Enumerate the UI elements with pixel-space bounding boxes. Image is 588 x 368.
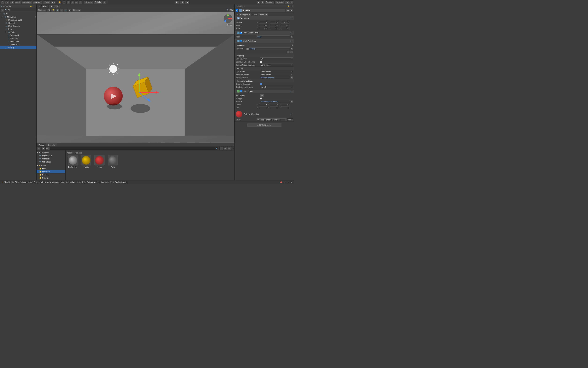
light-probes-dropdown[interactable]: Blend Probes ▾ [260, 70, 293, 73]
grid-snap-btn[interactable]: ⊞ [103, 0, 106, 4]
settings-btn[interactable]: ⚙ [261, 0, 264, 4]
account-dropdown[interactable]: Account ▾ [265, 0, 275, 4]
pause-button[interactable]: ⏸ [180, 0, 184, 4]
edit-collider-btn[interactable]: ✏ [260, 94, 264, 97]
move-tool[interactable]: ✛ [62, 0, 66, 4]
collab-btn[interactable]: ☁ [257, 0, 260, 4]
pos-y[interactable] [270, 21, 278, 24]
material-pick-btn[interactable]: ⊙ [291, 100, 293, 103]
scale-z[interactable] [281, 27, 289, 30]
project-options-btn[interactable]: ⋮ [219, 147, 223, 150]
scene-cam-btn[interactable]: 📷 [64, 9, 68, 12]
hierarchy-lock-btn[interactable]: 🔓 [29, 5, 32, 8]
status-settings-btn[interactable]: ⚙ [290, 181, 293, 184]
mesh-filter-checkbox[interactable] [240, 32, 242, 34]
material-info-icon[interactable]: ℹ [290, 113, 291, 115]
shader-edit-btn[interactable]: Edit... [287, 118, 293, 121]
materials-folder[interactable]: 📁 Materials [37, 170, 65, 173]
hierarchy-more-btn[interactable]: ⋮ [33, 5, 36, 8]
hand-tool[interactable]: ✋ [58, 0, 62, 4]
rendering-layer-dropdown[interactable]: Layer1 ▾ [260, 86, 293, 88]
layout-dropdown[interactable]: Layout ▾ [285, 0, 293, 4]
size-y[interactable] [270, 106, 278, 109]
asset-background[interactable]: Background [67, 155, 79, 168]
project-eye-btn[interactable]: 👁 [228, 147, 231, 150]
hierarchy-item-north-wall[interactable]: ⬡ North Wall [0, 40, 36, 43]
mesh-renderer-checkbox[interactable] [240, 40, 242, 42]
lighting-btn[interactable]: 💡 [51, 9, 55, 12]
unity-logo-btn[interactable]: ⬡ [1, 0, 4, 4]
center-z[interactable] [281, 103, 289, 106]
inspector-lock-btn[interactable]: 🔓 [287, 5, 290, 8]
rot-z[interactable] [281, 24, 289, 27]
add-component-button[interactable]: Add Component [247, 123, 281, 127]
contribute-gi-checkbox[interactable] [260, 61, 262, 63]
lighting-sub-header[interactable]: ▾ Lighting [235, 54, 294, 57]
box-collider-header[interactable]: ▾ ⬡ Box Collider ℹ ⋮ [235, 90, 294, 93]
mesh-filter-header[interactable]: ▾ ⬡ Cube (Mesh Filter) ℹ ⋮ [235, 31, 294, 35]
anchor-pick-btn[interactable]: ⊙ [291, 76, 293, 79]
shader-dropdown[interactable]: Universal Render Pipeline/Lit ▾ [257, 118, 287, 121]
file-menu-btn[interactable]: File [5, 0, 9, 4]
minigame-menu[interactable]: ⋮ [35, 16, 36, 18]
hierarchy-item-main-camera[interactable]: 📷 Main Camera [0, 25, 36, 28]
hierarchy-item-all[interactable]: ▸ ⬡ All [0, 12, 36, 15]
scene-view[interactable]: Y X Z Persp [37, 12, 234, 143]
scripts-folder[interactable]: 📁 Scripts [37, 176, 65, 179]
rect-tool[interactable]: ▭ [75, 0, 78, 4]
help-menu-btn[interactable]: Help [51, 0, 56, 4]
all-models-folder[interactable]: 🔍 All Models [37, 157, 65, 160]
tag-select[interactable]: Untagged [239, 13, 251, 16]
console-tab[interactable]: Console [46, 143, 57, 147]
hierarchy-item-directional-light[interactable]: ☀ Directional Light [0, 18, 36, 21]
box-collider-settings[interactable]: ⋮ [291, 91, 293, 92]
hierarchy-item-pickup[interactable]: ⬡ PickUp [0, 46, 36, 49]
project-add-btn[interactable]: + [37, 147, 41, 150]
asset-walls[interactable]: Walls [107, 155, 119, 168]
hierarchy-item-walls[interactable]: ▾ ⬡ Walls [0, 31, 36, 34]
cast-shadows-dropdown[interactable]: On ▾ [260, 57, 293, 60]
gizmos-dropdown[interactable]: Gizmos ▾ [72, 9, 81, 12]
asset-player[interactable]: Player [93, 155, 105, 168]
scenes-folder[interactable]: 📁 Scenes [37, 173, 65, 176]
project-settings-btn[interactable]: ⚙ [223, 147, 227, 150]
layer-select[interactable]: Default [258, 13, 268, 16]
breadcrumb-materials[interactable]: Materials [75, 152, 82, 154]
hierarchy-item-west-wall[interactable]: ⬡ West Wall [0, 34, 36, 37]
is-trigger-checkbox[interactable] [260, 97, 262, 100]
hierarchy-item-ground[interactable]: ⬡ Ground [0, 21, 36, 25]
fx-btn[interactable]: ✦ [60, 9, 63, 12]
mesh-filter-info[interactable]: ℹ [290, 32, 291, 34]
additional-settings-header[interactable]: ▾ Additional Settings [235, 79, 294, 83]
size-z[interactable] [281, 106, 289, 109]
space-dropdown[interactable]: Global ▾ [94, 0, 102, 4]
mat-remove-btn[interactable]: - [290, 51, 293, 54]
size-x[interactable] [259, 106, 267, 109]
receive-gi-dropdown[interactable]: Light Probes ▾ [260, 64, 293, 66]
scene-panel-more[interactable]: ⋮ [232, 5, 234, 8]
gizmos-btn[interactable]: ⚙ [68, 9, 71, 12]
all-layers-dropdown[interactable]: All ▾ [229, 9, 234, 12]
project-fwd-btn[interactable]: ▶ [45, 147, 49, 150]
transform-tool[interactable]: ⊡ [79, 0, 82, 4]
assets-menu-btn[interactable]: Assets [15, 0, 21, 4]
rotate-tool[interactable]: ↺ [66, 0, 70, 4]
hierarchy-item-south-wall[interactable]: ⬡ South Wall [0, 43, 36, 46]
rot-y[interactable] [270, 24, 278, 27]
pos-z[interactable] [281, 21, 289, 24]
project-back-btn[interactable]: ◀ [41, 147, 45, 150]
status-info-btn[interactable]: ℹ [286, 181, 289, 184]
step-button[interactable]: ⏭ [185, 0, 189, 4]
hierarchy-add-btn[interactable]: + [1, 8, 4, 12]
project-tab[interactable]: Project [37, 143, 46, 147]
hierarchy-item-minigame[interactable]: ▾ ⬡ MiniGame* ⋮ [0, 15, 36, 18]
object-name-input[interactable] [242, 9, 285, 12]
all-materials-folder[interactable]: 🔍 All Materials [37, 154, 65, 157]
mesh-renderer-header[interactable]: ▾ ⬡ Mesh Renderer ℹ ⋮ [235, 39, 294, 43]
material-settings-icon[interactable]: ⋮ [291, 113, 293, 115]
breadcrumb-assets[interactable]: Assets [67, 152, 72, 154]
probes-sub-header[interactable]: ▾ Probes [235, 66, 294, 70]
hierarchy-item-east-wall[interactable]: ⬡ East Wall [0, 37, 36, 40]
pos-x[interactable] [259, 21, 267, 24]
input-folder[interactable]: 📁 Input [37, 167, 65, 170]
